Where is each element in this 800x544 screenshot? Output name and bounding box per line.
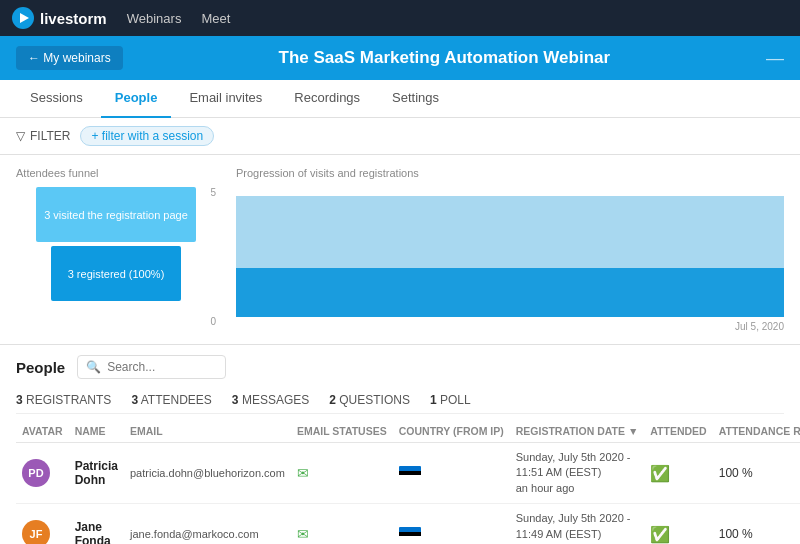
cell-name-1: Jane Fonda bbox=[69, 504, 124, 544]
filter-bar: ▽ FILTER + filter with a session bbox=[0, 118, 800, 155]
email-status-icon: ✉ bbox=[297, 526, 309, 542]
stat-poll: 1 POLL bbox=[430, 393, 471, 407]
cell-country-1 bbox=[393, 504, 510, 544]
cell-avatar-1: JF bbox=[16, 504, 69, 544]
tab-settings[interactable]: Settings bbox=[378, 80, 453, 118]
nav-meet[interactable]: Meet bbox=[201, 11, 230, 26]
cell-country-0 bbox=[393, 443, 510, 504]
flag-icon-0 bbox=[399, 466, 421, 480]
tab-recordings[interactable]: Recordings bbox=[280, 80, 374, 118]
stat-messages: 3 MESSAGES bbox=[232, 393, 309, 407]
funnel-chart: 3 visited the registration page 3 regist… bbox=[16, 187, 216, 327]
col-rate[interactable]: ATTENDANCE RATE bbox=[713, 420, 800, 443]
attended-check-icon: ✅ bbox=[650, 465, 670, 482]
cell-rate-0: 100 % bbox=[713, 443, 800, 504]
webinar-title: The SaaS Marketing Automation Webinar bbox=[139, 48, 750, 68]
filter-label: FILTER bbox=[30, 129, 70, 143]
filter-icon: ▽ bbox=[16, 129, 25, 143]
col-country[interactable]: COUNTRY (FROM IP) bbox=[393, 420, 510, 443]
cell-attended-1: ✅ bbox=[644, 504, 712, 544]
cell-avatar-0: PD bbox=[16, 443, 69, 504]
progression-chart bbox=[236, 187, 784, 317]
cell-email-1: jane.fonda@markoco.com bbox=[124, 504, 291, 544]
stat-registrants: 3 REGISTRANTS bbox=[16, 393, 111, 407]
avatar-0: PD bbox=[22, 459, 50, 487]
col-reg-date[interactable]: REGISTRATION DATE ▼ bbox=[510, 420, 645, 443]
funnel-scale-bottom: 0 bbox=[210, 316, 216, 327]
top-nav: livestorm Webinars Meet bbox=[0, 0, 800, 36]
funnel-bar-bottom: 3 registered (100%) bbox=[51, 246, 181, 301]
nav-webinars[interactable]: Webinars bbox=[127, 11, 182, 26]
analytics-section: Attendees funnel 3 visited the registrat… bbox=[0, 155, 800, 345]
progression-date: Jul 5, 2020 bbox=[236, 321, 784, 332]
stat-questions: 2 QUESTIONS bbox=[329, 393, 410, 407]
flag-icon-1 bbox=[399, 527, 421, 541]
progression-container: Progression of visits and registrations … bbox=[236, 167, 784, 332]
logo-text: livestorm bbox=[40, 10, 107, 27]
funnel-bar-top: 3 visited the registration page bbox=[36, 187, 196, 242]
email-status-icon: ✉ bbox=[297, 465, 309, 481]
people-header: People 🔍 bbox=[16, 355, 784, 379]
logo-icon bbox=[12, 7, 34, 29]
tab-people[interactable]: People bbox=[101, 80, 172, 118]
tab-sessions[interactable]: Sessions bbox=[16, 80, 97, 118]
people-section: People 🔍 3 REGISTRANTS 3 ATTENDEES 3 MES… bbox=[0, 345, 800, 544]
logo: livestorm bbox=[12, 7, 107, 29]
col-avatar: AVATAR bbox=[16, 420, 69, 443]
webinar-header: ← My webinars The SaaS Marketing Automat… bbox=[0, 36, 800, 80]
progression-title: Progression of visits and registrations bbox=[236, 167, 784, 179]
cell-date-1: Sunday, July 5th 2020 - 11:49 AM (EEST)a… bbox=[510, 504, 645, 544]
search-input[interactable] bbox=[107, 360, 217, 374]
col-email-status[interactable]: EMAIL STATUSES bbox=[291, 420, 393, 443]
people-label: People bbox=[16, 359, 65, 376]
cell-attended-0: ✅ bbox=[644, 443, 712, 504]
col-attended[interactable]: ATTENDED bbox=[644, 420, 712, 443]
table-row: PD Patricia Dohn patricia.dohn@bluehoriz… bbox=[16, 443, 800, 504]
prog-bar-dark bbox=[236, 268, 784, 317]
avatar-1: JF bbox=[22, 520, 50, 544]
tabs-bar: Sessions People Email invites Recordings… bbox=[0, 80, 800, 118]
funnel-container: Attendees funnel 3 visited the registrat… bbox=[16, 167, 216, 332]
cell-date-0: Sunday, July 5th 2020 - 11:51 AM (EEST)a… bbox=[510, 443, 645, 504]
search-icon: 🔍 bbox=[86, 360, 101, 374]
cell-rate-1: 100 % bbox=[713, 504, 800, 544]
stats-row: 3 REGISTRANTS 3 ATTENDEES 3 MESSAGES 2 Q… bbox=[16, 387, 784, 414]
search-box[interactable]: 🔍 bbox=[77, 355, 226, 379]
attended-check-icon: ✅ bbox=[650, 526, 670, 543]
prog-bar-light bbox=[236, 196, 784, 268]
funnel-scale: 5 0 bbox=[210, 187, 216, 327]
cell-email-status-0: ✉ bbox=[291, 443, 393, 504]
stat-attendees: 3 ATTENDEES bbox=[131, 393, 211, 407]
webinar-dash-button[interactable]: — bbox=[766, 48, 784, 69]
table-row: JF Jane Fonda jane.fonda@markoco.com ✉ S… bbox=[16, 504, 800, 544]
funnel-scale-top: 5 bbox=[210, 187, 216, 198]
filter-session-tag[interactable]: + filter with a session bbox=[80, 126, 214, 146]
funnel-title: Attendees funnel bbox=[16, 167, 216, 179]
back-button[interactable]: ← My webinars bbox=[16, 46, 123, 70]
col-email[interactable]: EMAIL bbox=[124, 420, 291, 443]
col-name[interactable]: NAME bbox=[69, 420, 124, 443]
tab-email-invites[interactable]: Email invites bbox=[175, 80, 276, 118]
prog-bar-wrapper bbox=[236, 187, 784, 317]
people-table: AVATAR NAME EMAIL EMAIL STATUSES COUNTRY… bbox=[16, 420, 800, 544]
filter-button[interactable]: ▽ FILTER bbox=[16, 129, 70, 143]
cell-email-0: patricia.dohn@bluehorizon.com bbox=[124, 443, 291, 504]
cell-email-status-1: ✉ bbox=[291, 504, 393, 544]
cell-name-0: Patricia Dohn bbox=[69, 443, 124, 504]
